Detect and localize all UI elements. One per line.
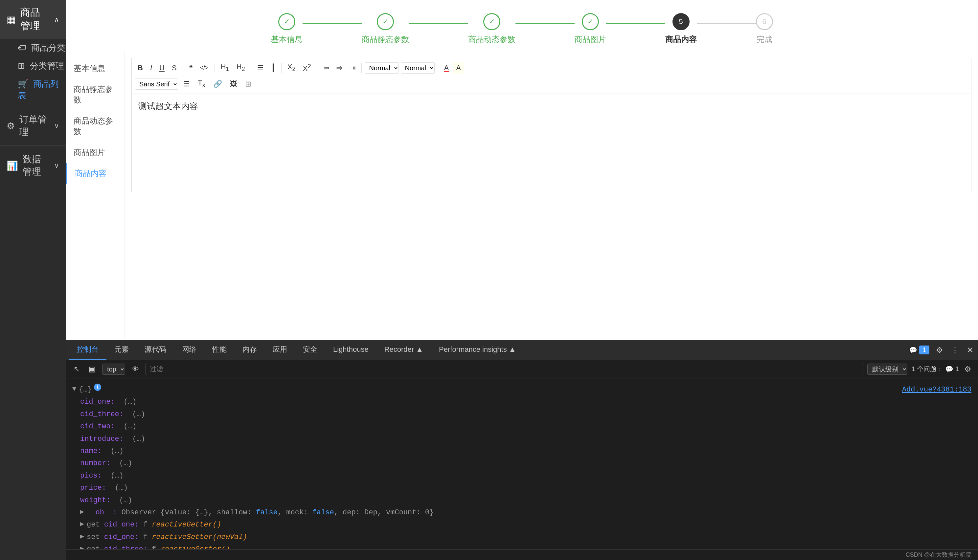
normal-select-2[interactable]: Normal xyxy=(401,62,435,73)
align-left-button[interactable]: ⇦ xyxy=(321,62,332,73)
image-button[interactable]: 🖼 xyxy=(227,78,240,90)
ol-button[interactable]: ☰ xyxy=(255,62,267,73)
left-nav-dynamic-params[interactable]: 商品动态参数 xyxy=(66,110,125,142)
left-nav-product-images[interactable]: 商品图片 xyxy=(66,142,125,163)
bold-button[interactable]: B xyxy=(135,62,145,73)
tab-application[interactable]: 应用 xyxy=(265,340,295,360)
context-select[interactable]: top xyxy=(102,363,125,375)
sidebar-item-data-mgmt[interactable]: 📊 数据管理 ∨ xyxy=(0,147,66,184)
properties-container: cid_one: (…) cid_three: (…) cid_two: (…)… xyxy=(72,396,971,549)
step-label-1: 基本信息 xyxy=(271,34,303,45)
link-button[interactable]: 🔗 xyxy=(211,78,225,90)
chevron-down-icon-data: ∨ xyxy=(54,162,59,170)
tab-security[interactable]: 安全 xyxy=(295,340,325,360)
val-price: (…) xyxy=(106,482,128,494)
left-nav-product-content[interactable]: 商品内容 xyxy=(66,163,125,184)
filter-input[interactable] xyxy=(145,363,863,375)
prop-name: name: (…) xyxy=(80,445,971,457)
normal-select-1[interactable]: Normal xyxy=(365,62,399,73)
val-weight: (…) xyxy=(110,494,132,507)
tab-lighthouse[interactable]: Lighthouse xyxy=(325,340,377,360)
key-introduce: introduce: xyxy=(80,433,123,445)
tab-sources[interactable]: 源代码 xyxy=(137,340,174,360)
devtools-close-button[interactable]: ✕ xyxy=(966,344,975,356)
val-ob-false2: false xyxy=(312,507,334,518)
ul-button[interactable]: ┃ xyxy=(268,62,278,73)
blockquote-button[interactable]: ❝ xyxy=(186,62,195,73)
sidebar-item-product-list[interactable]: 🛒 商品列表 xyxy=(0,75,66,105)
h1-button[interactable]: H1 xyxy=(218,62,232,74)
step-complete: 6 完成 xyxy=(756,13,773,45)
align-center-button[interactable]: ☰ xyxy=(181,78,193,90)
observer-line: ▶ __ob__: Observer {value: {…}, shallow:… xyxy=(80,507,971,518)
setter-func-1: f xyxy=(138,531,152,543)
step-label-3: 商品动态参数 xyxy=(468,34,515,45)
underline-button[interactable]: U xyxy=(157,62,167,73)
getter-cid-three: ▶ get cid_three: f reactiveGetter() xyxy=(80,543,971,549)
chevron-down-icon-order: ∨ xyxy=(54,122,59,130)
sidebar-item-product-category[interactable]: 🏷 商品分类 xyxy=(0,39,66,57)
step-line-4 xyxy=(606,23,665,23)
val-cid-three: (…) xyxy=(123,408,145,420)
source-link[interactable]: Add.vue?4381:183 xyxy=(902,383,971,396)
key-name: name: xyxy=(80,445,102,457)
prop-introduce: introduce: (…) xyxy=(80,433,971,445)
chart-icon: 📊 xyxy=(7,160,18,171)
getter-val-2: reactiveGetter() xyxy=(161,543,230,549)
expand-arrow-get2[interactable]: ▶ xyxy=(80,543,84,549)
step-static-params: ✓ 商品静态参数 xyxy=(362,13,409,45)
font-color-button[interactable]: A xyxy=(442,62,452,73)
tab-memory[interactable]: 内存 xyxy=(235,340,265,360)
key-cid-two: cid_two: xyxy=(80,420,115,433)
clear-format-button[interactable]: Tx xyxy=(195,78,208,90)
editor-content[interactable]: 测试超文本内容 xyxy=(132,93,971,192)
devtools-settings-button[interactable]: ⚙ xyxy=(935,344,945,356)
align-right-button[interactable]: ⇨ xyxy=(334,62,345,73)
setter-cid-one: ▶ set cid_one: f reactiveSetter(newVal) xyxy=(80,531,971,543)
tab-elements[interactable]: 元素 xyxy=(107,340,137,360)
sidebar-item-product-mgmt[interactable]: ▦ 商品管理 ∧ xyxy=(0,0,66,39)
info-icon: ℹ xyxy=(94,383,101,391)
code-button[interactable]: </> xyxy=(197,63,211,73)
tab-console[interactable]: 控制台 xyxy=(69,340,107,360)
sidebar-label-product-category: 商品分类 xyxy=(31,43,65,53)
val-number: (…) xyxy=(110,457,132,469)
log-level-select[interactable]: 默认级别 xyxy=(867,363,907,375)
getter-func-2: f xyxy=(148,543,161,549)
expand-arrow-set1[interactable]: ▶ xyxy=(80,531,84,542)
font-family-select[interactable]: Sans Serif xyxy=(135,78,178,90)
sidebar-item-order-mgmt[interactable]: ⚙ 订单管理 ∨ xyxy=(0,107,66,144)
content-area: 基本信息 商品静态参数 商品动态参数 商品图片 商品内容 B I U S ❝ <… xyxy=(66,51,978,340)
table-button[interactable]: ⊞ xyxy=(242,78,253,90)
strikethrough-button[interactable]: S xyxy=(169,62,179,73)
editor-text: 测试超文本内容 xyxy=(138,101,198,111)
device-button[interactable]: ▣ xyxy=(86,363,98,375)
prop-pics: pics: (…) xyxy=(80,470,971,482)
cursor-button[interactable]: ↖ xyxy=(71,363,82,375)
tab-recorder[interactable]: Recorder ▲ xyxy=(377,340,431,360)
indent-button[interactable]: ⇥ xyxy=(347,62,358,73)
issues-badge: 1 xyxy=(919,345,930,354)
step-line-3 xyxy=(515,23,575,23)
h2-button[interactable]: H2 xyxy=(234,62,248,74)
eye-button[interactable]: 👁 xyxy=(129,363,142,375)
tab-performance[interactable]: 性能 xyxy=(204,340,235,360)
sidebar-label-product-mgmt: 商品管理 xyxy=(20,6,50,33)
sidebar-item-category-mgmt[interactable]: ⊞ 分类管理 xyxy=(0,57,66,75)
subscript-button[interactable]: X2 xyxy=(285,62,298,74)
key-weight: weight: xyxy=(80,494,110,507)
step-label-5: 商品内容 xyxy=(665,34,697,45)
italic-button[interactable]: I xyxy=(148,62,155,73)
expand-arrow-root[interactable]: ▼ xyxy=(72,383,76,395)
left-nav-static-params[interactable]: 商品静态参数 xyxy=(66,79,125,110)
tab-performance-insights[interactable]: Performance insights ▲ xyxy=(431,340,524,360)
tab-network[interactable]: 网络 xyxy=(174,340,204,360)
key-price: price: xyxy=(80,482,106,494)
devtools-more-button[interactable]: ⋮ xyxy=(950,344,960,356)
expand-arrow-get1[interactable]: ▶ xyxy=(80,518,84,530)
bg-color-button[interactable]: A xyxy=(453,62,463,73)
console-settings-button[interactable]: ⚙ xyxy=(963,363,973,375)
superscript-button[interactable]: X2 xyxy=(300,62,314,74)
left-nav-basic-info[interactable]: 基本信息 xyxy=(66,58,125,79)
expand-arrow-ob[interactable]: ▶ xyxy=(80,507,84,518)
